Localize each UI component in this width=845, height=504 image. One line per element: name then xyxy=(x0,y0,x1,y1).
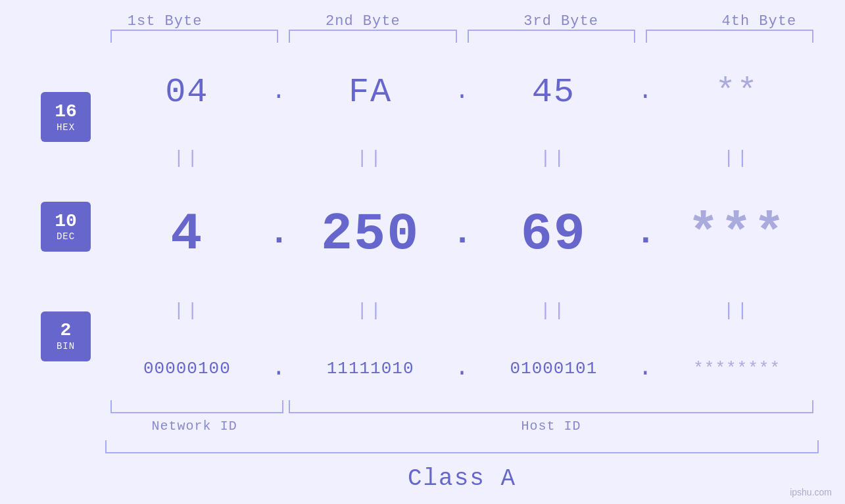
base-labels: 16 HEX 10 DEC 2 BIN xyxy=(26,56,105,398)
bin-dot3: . xyxy=(635,357,655,380)
eq1-1: || xyxy=(105,148,269,168)
eq2-4: || xyxy=(655,300,819,321)
hex-byte1: 04 xyxy=(105,73,269,112)
dec-byte1: 4 xyxy=(105,204,269,264)
watermark: ipshu.com xyxy=(790,487,832,497)
equals-row-1: || || || || xyxy=(105,145,819,171)
bracket-top-4 xyxy=(646,30,813,43)
bracket-top-1 xyxy=(110,30,278,43)
hex-dot2: . xyxy=(452,80,472,104)
dec-byte4: *** xyxy=(655,204,819,264)
dec-row: 4 . 250 . 69 . *** xyxy=(105,204,819,264)
bracket-top-2 xyxy=(289,30,456,43)
dec-dot1: . xyxy=(269,217,289,251)
hex-row: 04 . FA . 45 . ** xyxy=(105,73,819,112)
host-id-label: Host ID xyxy=(283,419,819,434)
bracket-network xyxy=(110,400,283,413)
id-labels: Network ID Host ID xyxy=(105,419,819,434)
dec-dot2: . xyxy=(452,217,472,251)
main-grid: 16 HEX 10 DEC 2 BIN 04 . FA xyxy=(26,56,819,398)
eq1-2: || xyxy=(289,148,452,168)
main-container: 1st Byte 2nd Byte 3rd Byte 4th Byte 16 H… xyxy=(0,0,845,504)
bin-row: 00000100 . 11111010 . 01000101 . *******… xyxy=(105,357,819,380)
bin-badge: 2 BIN xyxy=(41,311,91,361)
bin-byte1: 00000100 xyxy=(105,359,269,378)
hex-badge: 16 HEX xyxy=(41,92,91,142)
hex-byte2: FA xyxy=(289,73,452,112)
bin-dot2: . xyxy=(452,357,472,380)
eq1-4: || xyxy=(655,148,819,168)
hex-byte4: ** xyxy=(655,73,819,112)
top-brackets xyxy=(105,30,819,43)
bracket-full xyxy=(105,440,819,453)
class-label: Class A xyxy=(105,460,819,497)
byte-header-3: 3rd Byte xyxy=(462,13,660,30)
dec-dot3: . xyxy=(635,217,655,251)
byte-header-1: 1st Byte xyxy=(66,13,264,30)
bin-byte2: 11111010 xyxy=(289,359,452,378)
eq2-1: || xyxy=(105,300,269,321)
bin-dot1: . xyxy=(269,357,289,380)
network-id-label: Network ID xyxy=(105,419,283,434)
bin-byte4: ******** xyxy=(655,359,819,378)
dec-byte3: 69 xyxy=(472,204,636,264)
bracket-top-3 xyxy=(468,30,635,43)
eq1-3: || xyxy=(472,148,636,168)
byte-header-2: 2nd Byte xyxy=(264,13,462,30)
dec-badge: 10 DEC xyxy=(41,202,91,252)
hex-byte3: 45 xyxy=(472,73,636,112)
hex-dot1: . xyxy=(269,80,289,104)
eq2-2: || xyxy=(289,300,452,321)
byte-header-4: 4th Byte xyxy=(660,13,845,30)
values-grid: 04 . FA . 45 . ** || || xyxy=(105,56,819,398)
bracket-host xyxy=(289,400,813,413)
eq2-3: || xyxy=(472,300,636,321)
bottom-section: Network ID Host ID Class A xyxy=(105,400,819,497)
hex-dot3: . xyxy=(635,80,655,104)
bin-byte3: 01000101 xyxy=(472,359,636,378)
dec-byte2: 250 xyxy=(289,204,452,264)
byte-headers: 1st Byte 2nd Byte 3rd Byte 4th Byte xyxy=(66,13,845,30)
equals-row-2: || || || || xyxy=(105,298,819,323)
bottom-brackets xyxy=(105,400,819,413)
